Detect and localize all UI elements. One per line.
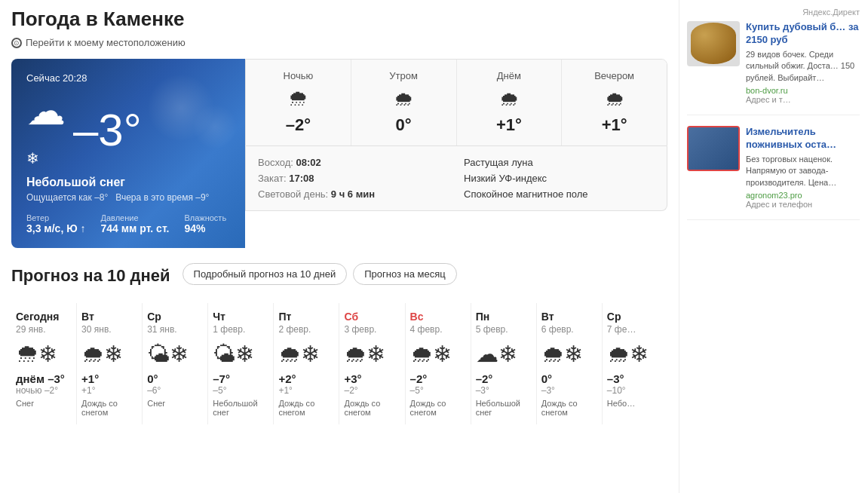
day-desc: Дождь со снегом — [410, 399, 466, 417]
day-name: Вс — [410, 311, 466, 323]
day-icon: 🌧❄ — [81, 341, 137, 368]
sun-label: Закат: — [258, 173, 287, 184]
day-icon: 🌧❄ — [344, 341, 400, 368]
day-name: Вт — [81, 311, 137, 323]
sun-label: Спокойное магнитное поле — [464, 188, 588, 200]
day-temp-low: –5° — [410, 385, 466, 396]
day-desc: Дождь со снегом — [278, 399, 334, 417]
day-name: Вт — [541, 311, 597, 323]
ad-address-link[interactable]: Адрес и т… — [746, 95, 860, 104]
day-temp-high: –2° — [476, 372, 532, 385]
current-main: ☁❄ –3° — [26, 91, 230, 170]
day-temp-high: 0° — [147, 372, 203, 385]
day-date: 7 фе… — [607, 324, 663, 335]
day-date: 29 янв. — [16, 324, 72, 335]
day-item: Вт 6 февр. 🌧❄ 0° –3° Дождь со снегом — [537, 303, 603, 424]
pressure-detail: Давление 744 мм рт. ст. — [101, 213, 170, 234]
day-date: 5 февр. — [476, 324, 532, 335]
day-date: 6 февр. — [541, 324, 597, 335]
period-name: Днём — [465, 70, 554, 81]
forecast-right: Ночью 🌨 –2° Утром 🌧 0° Днём 🌧 +1° Вечеро… — [245, 59, 667, 248]
day-item: Пт 2 февр. 🌧❄ +2° +1° Дождь со снегом — [274, 303, 339, 424]
wind-detail: Ветер 3,3 м/с, Ю ↑ — [26, 213, 86, 234]
day-icon: 🌨❄ — [16, 341, 72, 368]
day-desc: Дождь со снегом — [81, 399, 137, 417]
sun-moon-item: Спокойное магнитное поле — [464, 188, 655, 200]
day-temp-low: –5° — [213, 385, 268, 396]
day-icon: 🌧❄ — [541, 341, 597, 368]
day-item: Вт 30 янв. 🌧❄ +1° +1° Дождь со снегом — [77, 303, 143, 424]
day-temp-high: днём –3° — [16, 372, 72, 385]
ad-site[interactable]: bon-dvor.ru — [746, 86, 860, 95]
day-date: 2 февр. — [278, 324, 334, 335]
day-desc: Снег — [147, 399, 203, 408]
ad-item: Измельчитель пожнивных оста… Без торговы… — [687, 126, 860, 220]
location-icon: ⊙ — [11, 38, 22, 48]
day-icon: 🌧❄ — [278, 341, 334, 368]
day-desc: Снег — [16, 399, 72, 408]
day-temp-high: +2° — [278, 372, 334, 385]
day-name: Ср — [147, 311, 203, 323]
day-item: Сегодня 29 янв. 🌨❄ днём –3° ночью –2° Сн… — [11, 303, 77, 424]
forecast-buttons: Подробный прогноз на 10 дней Прогноз на … — [182, 263, 457, 285]
sun-moon-item: Световой день: 9 ч 6 мин — [258, 188, 449, 200]
period-forecast: Ночью 🌨 –2° Утром 🌧 0° Днём 🌧 +1° Вечеро… — [245, 59, 667, 146]
ad-text-block: Измельчитель пожнивных оста… Без торговы… — [746, 126, 860, 209]
ad-image — [687, 21, 740, 66]
period-item: Днём 🌧 +1° — [457, 60, 563, 145]
ads-container: Купить дубовый б… за 2150 руб 29 видов б… — [687, 21, 860, 220]
day-temp-low: +1° — [81, 385, 137, 396]
weather-description: Небольшой снег — [26, 176, 230, 189]
day-temp-low: –10° — [607, 385, 663, 396]
sun-label: Растущая луна — [464, 157, 533, 168]
sun-moon-item: Закат: 17:08 — [258, 173, 449, 184]
sun-label: Восход: — [258, 157, 293, 168]
day-temp-low: –3° — [541, 385, 597, 396]
ad-title[interactable]: Измельчитель пожнивных оста… — [746, 126, 860, 152]
ad-description: 29 видов бочек. Среди сильный обжиг. Дос… — [746, 49, 860, 84]
period-name: Вечером — [569, 70, 659, 81]
weather-top: Сейчас 20:28 ☁❄ –3° Небольшой снег Ощуща… — [11, 59, 667, 248]
day-icon: ☁❄ — [476, 341, 532, 368]
day-item: Сб 3 февр. 🌧❄ +3° –2° Дождь со снегом — [339, 303, 405, 424]
ad-site[interactable]: agronom23.pro — [746, 191, 860, 200]
ad-text-block: Купить дубовый б… за 2150 руб 29 видов б… — [746, 21, 860, 104]
sun-moon-item: Низкий УФ-индекс — [464, 173, 655, 184]
day-temp-low: ночью –2° — [16, 385, 72, 396]
forecast-title: Прогноз на 10 дней — [11, 266, 170, 286]
humidity-detail: Влажность 94% — [184, 213, 226, 234]
day-icon: 🌤❄ — [213, 341, 268, 368]
sun-label: Световой день: — [258, 188, 328, 200]
feels-like: Ощущается как –8° Вчера в это время –9° — [26, 192, 230, 203]
day-temp-high: +3° — [344, 372, 400, 385]
ad-title[interactable]: Купить дубовый б… за 2150 руб — [746, 21, 860, 47]
day-temp-low: –2° — [344, 385, 400, 396]
sun-moon-item: Растущая луна — [464, 157, 655, 168]
ad-image — [687, 126, 740, 171]
day-name: Сб — [344, 311, 400, 323]
forecast-section: Прогноз на 10 дней Подробный прогноз на … — [11, 263, 667, 424]
day-desc: Дождь со снегом — [344, 399, 400, 417]
period-temp: +1° — [465, 115, 554, 135]
period-temp: +1° — [569, 115, 659, 135]
current-weather-card: Сейчас 20:28 ☁❄ –3° Небольшой снег Ощуща… — [11, 59, 245, 248]
location-link[interactable]: ⊙ Перейти к моему местоположению — [11, 37, 667, 48]
period-name: Ночью — [253, 70, 343, 81]
sun-label: Низкий УФ-индекс — [464, 173, 547, 184]
day-date: 30 янв. — [81, 324, 137, 335]
ad-address-link[interactable]: Адрес и телефон — [746, 200, 860, 209]
day-name: Пт — [278, 311, 334, 323]
day-temp-low: –6° — [147, 385, 203, 396]
day-temp-high: –2° — [410, 372, 466, 385]
detailed-forecast-button[interactable]: Подробный прогноз на 10 дней — [182, 263, 348, 285]
yandex-direct-label: Яндекс.Директ — [687, 8, 860, 17]
day-desc: Небо… — [607, 399, 663, 408]
day-item: Вс 4 февр. 🌧❄ –2° –5° Дождь со снегом — [406, 303, 471, 424]
period-temp: 0° — [359, 115, 449, 135]
monthly-forecast-button[interactable]: Прогноз на месяц — [353, 263, 457, 285]
period-icon: 🌨 — [253, 87, 343, 111]
day-item: Ср 7 фе… 🌧❄ –3° –10° Небо… — [603, 303, 667, 424]
day-name: Ср — [607, 311, 663, 323]
period-temp: –2° — [253, 115, 343, 135]
day-temp-low: –3° — [476, 385, 532, 396]
